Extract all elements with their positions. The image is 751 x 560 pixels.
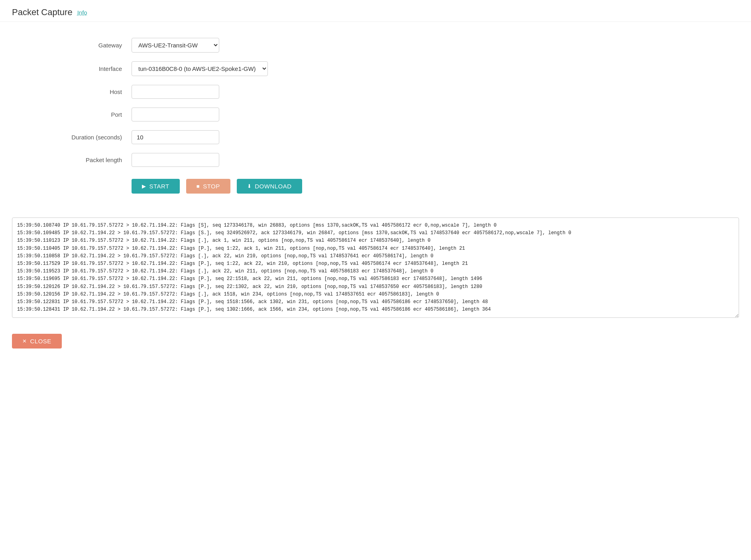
- output-line: 15:39:50.110858 IP 10.62.71.194.22 > 10.…: [17, 253, 734, 260]
- stop-button[interactable]: ■ STOP: [186, 179, 230, 194]
- port-input[interactable]: [132, 108, 219, 121]
- output-line: 15:39:50.120156 IP 10.62.71.194.22 > 10.…: [17, 291, 734, 298]
- close-label: CLOSE: [30, 338, 51, 345]
- output-line: 15:39:50.109485 IP 10.62.71.194.22 > 10.…: [17, 229, 734, 237]
- interface-select[interactable]: tun-0316B0C8-0 (to AWS-UE2-Spoke1-GW): [132, 61, 268, 76]
- output-line: 15:39:50.122831 IP 10.61.79.157.57272 > …: [17, 298, 734, 306]
- gateway-label: Gateway: [12, 42, 132, 49]
- start-label: START: [149, 183, 169, 190]
- output-line: 15:39:50.119523 IP 10.61.79.157.57272 > …: [17, 268, 734, 275]
- packet-length-input[interactable]: [132, 153, 219, 167]
- info-link[interactable]: Info: [77, 9, 87, 16]
- form-section: Gateway AWS-UE2-Transit-GW Interface tun…: [12, 38, 347, 167]
- duration-label: Duration (seconds): [12, 134, 132, 141]
- output-line: 15:39:50.128431 IP 10.62.71.194.22 > 10.…: [17, 306, 734, 313]
- output-line: 15:39:50.119695 IP 10.61.79.157.57272 > …: [17, 275, 734, 283]
- packet-length-row: Packet length: [12, 153, 347, 167]
- stop-label: STOP: [203, 183, 220, 190]
- output-line: 15:39:50.117529 IP 10.61.79.157.57272 > …: [17, 260, 734, 268]
- stop-icon: ■: [197, 183, 200, 189]
- output-area[interactable]: 15:39:50.108740 IP 10.61.79.157.57272 > …: [12, 217, 739, 318]
- play-icon: ▶: [142, 183, 146, 189]
- duration-input[interactable]: [132, 130, 219, 144]
- output-line: 15:39:50.108740 IP 10.61.79.157.57272 > …: [17, 222, 734, 229]
- host-input[interactable]: [132, 85, 219, 99]
- duration-row: Duration (seconds): [12, 130, 347, 144]
- packet-length-label: Packet length: [12, 157, 132, 163]
- output-line: 15:39:50.120126 IP 10.62.71.194.22 > 10.…: [17, 283, 734, 291]
- main-content: Gateway AWS-UE2-Transit-GW Interface tun…: [0, 22, 359, 217]
- page-header: Packet Capture Info: [0, 0, 751, 22]
- host-label: Host: [12, 88, 132, 95]
- footer-row: ✕ CLOSE: [0, 326, 751, 356]
- button-row: ▶ START ■ STOP ⬇ DOWNLOAD: [132, 179, 347, 194]
- page-title: Packet Capture: [12, 7, 73, 18]
- port-row: Port: [12, 108, 347, 121]
- start-button[interactable]: ▶ START: [132, 179, 180, 194]
- output-line: 15:39:50.110405 IP 10.61.79.157.57272 > …: [17, 245, 734, 253]
- close-button[interactable]: ✕ CLOSE: [12, 334, 62, 349]
- interface-label: Interface: [12, 65, 132, 72]
- output-line: 15:39:50.110123 IP 10.61.79.157.57272 > …: [17, 237, 734, 245]
- host-row: Host: [12, 85, 347, 99]
- download-button[interactable]: ⬇ DOWNLOAD: [237, 179, 302, 194]
- gateway-row: Gateway AWS-UE2-Transit-GW: [12, 38, 347, 53]
- download-label: DOWNLOAD: [255, 183, 291, 190]
- close-icon: ✕: [22, 338, 27, 344]
- interface-row: Interface tun-0316B0C8-0 (to AWS-UE2-Spo…: [12, 61, 347, 76]
- gateway-select[interactable]: AWS-UE2-Transit-GW: [132, 38, 219, 53]
- download-icon: ⬇: [247, 183, 252, 189]
- port-label: Port: [12, 111, 132, 118]
